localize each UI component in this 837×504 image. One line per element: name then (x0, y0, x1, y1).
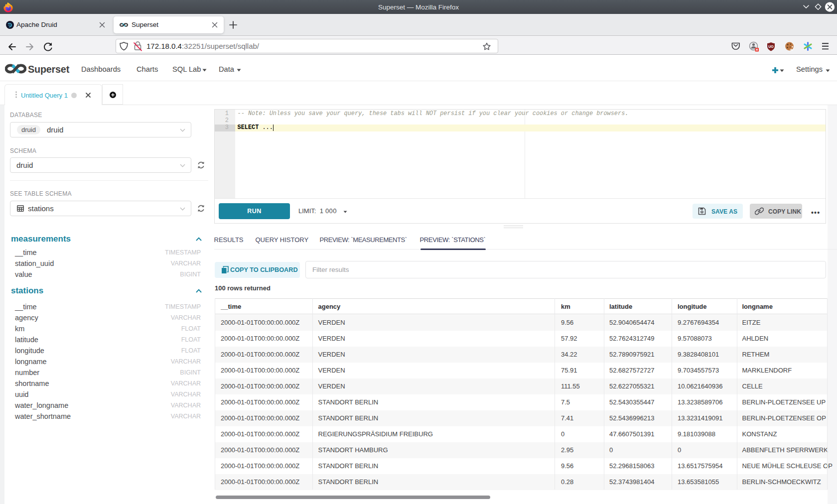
svg-text:UO: UO (768, 45, 774, 48)
